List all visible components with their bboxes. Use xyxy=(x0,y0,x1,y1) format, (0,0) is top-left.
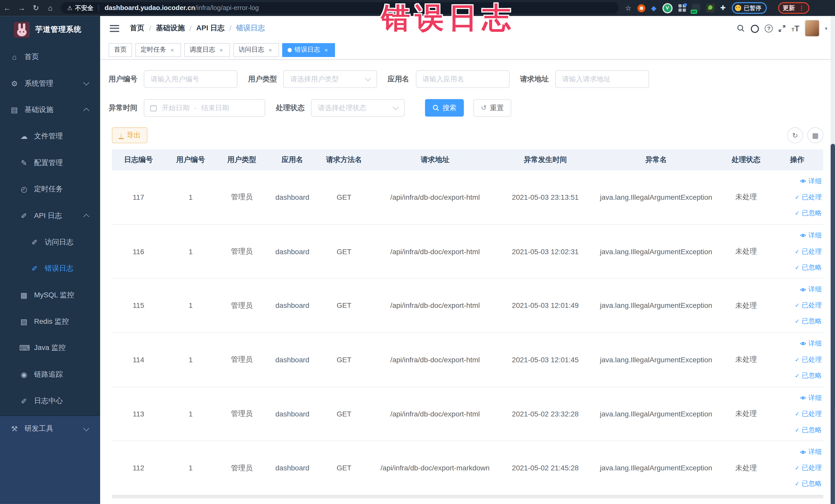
page-scrollbar-track[interactable] xyxy=(831,16,835,504)
extension-v-icon[interactable]: V xyxy=(662,3,672,13)
sidebar-collapse-icon[interactable] xyxy=(109,23,119,33)
sidebar-item-redis-monitor[interactable]: ▧ Redis 监控 xyxy=(0,308,100,335)
github-icon[interactable] xyxy=(751,24,759,33)
check-icon: ✓ xyxy=(795,481,799,488)
sidebar-item-label: 文件管理 xyxy=(34,132,63,141)
filter-request-url: 请求地址 xyxy=(520,70,649,88)
tab-home[interactable]: 首页 xyxy=(108,43,132,57)
page-scrollbar-thumb[interactable] xyxy=(831,144,835,504)
close-icon[interactable]: × xyxy=(169,47,176,53)
table-row: 116 1 管理员 dashboard GET /api/infra/db-do… xyxy=(112,225,823,279)
sidebar-item-java-monitor[interactable]: ⌨ Java 监控 xyxy=(0,335,100,361)
processed-link[interactable]: ✓已处理 xyxy=(795,301,822,310)
breadcrumb-home[interactable]: 首页 xyxy=(130,23,144,33)
processed-link[interactable]: ✓已处理 xyxy=(795,409,822,419)
close-icon[interactable]: × xyxy=(267,47,273,53)
detail-link[interactable]: 详细 xyxy=(800,231,822,240)
tab-access-logs[interactable]: 访问日志 × xyxy=(233,43,279,57)
extensions-puzzle-icon[interactable]: ✚ xyxy=(720,4,726,12)
sidebar-item-file-management[interactable]: ☁ 文件管理 xyxy=(0,123,100,149)
tab-scheduled-tasks[interactable]: 定时任务 × xyxy=(135,43,181,57)
reload-icon[interactable]: ↻ xyxy=(29,4,43,12)
ignored-link[interactable]: ✓已忽略 xyxy=(795,263,822,272)
search-icon[interactable] xyxy=(737,24,745,32)
sidebar-item-mysql-monitor[interactable]: ▦ MySQL 监控 xyxy=(0,282,100,308)
check-icon: ✓ xyxy=(795,302,799,309)
user-type-select[interactable]: 请选择用户类型 xyxy=(283,70,377,88)
address-bar[interactable]: ⚠ 不安全 dashboard.yudao.iocoder.cn/infra/l… xyxy=(61,2,619,14)
detail-link[interactable]: 详细 xyxy=(800,394,822,402)
font-size-icon[interactable]: TT xyxy=(792,24,799,33)
request-url-input[interactable] xyxy=(555,70,649,88)
home-icon[interactable]: ⌂ xyxy=(43,4,58,12)
ignored-link[interactable]: ✓已忽略 xyxy=(795,371,822,380)
paused-badge[interactable]: 已暂停 xyxy=(732,2,767,14)
sidebar-item-home[interactable]: ⌂ 首页 xyxy=(0,44,100,70)
table-row: 114 1 管理员 dashboard GET /api/infra/db-do… xyxy=(112,333,823,387)
sidebar-item-dev-tools[interactable]: ⚒ 研发工具 xyxy=(0,416,100,442)
date-range-picker[interactable]: 开始日期 - 结束日期 xyxy=(144,99,265,117)
sidebar-item-error-logs[interactable]: ✐ 错误日志 xyxy=(0,256,100,282)
sidebar-item-log-center[interactable]: ✐ 日志中心 xyxy=(0,388,100,414)
extension-shield-icon[interactable]: ◆ xyxy=(651,4,657,12)
ignored-link[interactable]: ✓已忽略 xyxy=(795,317,822,326)
sidebar-item-config-management[interactable]: ✎ 配置管理 xyxy=(0,149,100,176)
columns-button[interactable]: ▦ xyxy=(807,127,823,143)
ignored-link[interactable]: ✓已忽略 xyxy=(795,425,822,435)
close-icon[interactable]: × xyxy=(323,47,330,53)
forward-icon[interactable]: → xyxy=(14,4,29,12)
fullscreen-icon[interactable] xyxy=(778,24,786,32)
help-icon[interactable]: ? xyxy=(765,24,773,32)
detail-link[interactable]: 详细 xyxy=(800,285,822,294)
sidebar-item-access-logs[interactable]: ✐ 访问日志 xyxy=(0,229,100,256)
extension-grid-icon[interactable] xyxy=(678,4,686,12)
user-id-input[interactable] xyxy=(144,70,238,88)
terminal-icon: ⌨ xyxy=(19,344,29,352)
processed-link[interactable]: ✓已处理 xyxy=(795,464,822,473)
refresh-button[interactable]: ↻ xyxy=(787,127,803,143)
detail-link[interactable]: 详细 xyxy=(800,447,822,457)
search-button[interactable]: 搜索 xyxy=(425,99,464,117)
active-dot-icon xyxy=(287,48,292,52)
sidebar-item-scheduled-tasks[interactable]: ◴ 定时任务 xyxy=(0,176,100,203)
sidebar-item-infrastructure[interactable]: ▤ 基础设施 xyxy=(0,97,100,123)
export-button[interactable]: ↓ 导出 xyxy=(112,127,148,143)
date-start-placeholder: 开始日期 xyxy=(162,103,190,113)
avatar[interactable] xyxy=(805,20,820,37)
tab-schedule-logs[interactable]: 调度日志 × xyxy=(184,43,230,57)
process-status-select[interactable]: 请选择处理状态 xyxy=(311,99,405,117)
menu-dots-icon[interactable]: ⋮ xyxy=(798,5,805,12)
error-log-table: 日志编号 用户编号 用户类型 应用名 请求方法名 请求地址 异常发生时间 异常名… xyxy=(112,149,823,496)
check-icon: ✓ xyxy=(795,356,799,363)
close-icon[interactable]: × xyxy=(218,47,225,53)
chevron-down-icon[interactable]: ▾ xyxy=(825,25,828,31)
home-icon: ⌂ xyxy=(9,53,19,61)
update-button[interactable]: 更新 ⋮ xyxy=(778,2,809,14)
reset-button[interactable]: ↺ 重置 xyxy=(473,99,511,117)
chevron-down-icon xyxy=(83,79,89,85)
row-actions: 详细 ✓已处理 ✓已忽略 xyxy=(771,394,823,435)
security-badge[interactable]: ⚠ 不安全 xyxy=(67,4,93,12)
extension-sprout-icon[interactable] xyxy=(706,4,714,12)
processed-link[interactable]: ✓已处理 xyxy=(795,247,822,256)
breadcrumb-infrastructure[interactable]: 基础设施 xyxy=(156,23,185,33)
bookmark-star-icon[interactable]: ☆ xyxy=(625,4,631,12)
ignored-link[interactable]: ✓已忽略 xyxy=(795,480,822,489)
processed-link[interactable]: ✓已处理 xyxy=(795,355,822,364)
table-scrollbar[interactable] xyxy=(112,496,823,499)
app-name-input[interactable] xyxy=(415,70,509,88)
breadcrumb-api-logs[interactable]: API 日志 xyxy=(196,23,225,33)
sidebar-item-api-logs[interactable]: ✐ API 日志 xyxy=(0,203,100,229)
tab-error-logs[interactable]: 错误日志 × xyxy=(282,43,335,57)
extension-orange-icon[interactable] xyxy=(637,4,645,12)
request-method: GET xyxy=(317,410,370,418)
ignored-link[interactable]: ✓已忽略 xyxy=(795,209,822,218)
app-logo[interactable]: 芋道管理系统 xyxy=(0,16,100,44)
detail-link[interactable]: 详细 xyxy=(800,339,822,348)
detail-link[interactable]: 详细 xyxy=(800,177,822,186)
processed-link[interactable]: ✓已处理 xyxy=(795,193,822,202)
sidebar-item-tracing[interactable]: ◉ 链路追踪 xyxy=(0,361,100,388)
extension-on-icon[interactable]: on xyxy=(692,4,700,12)
back-icon[interactable]: ← xyxy=(0,4,14,12)
sidebar-item-system[interactable]: ⚙ 系统管理 xyxy=(0,70,100,97)
